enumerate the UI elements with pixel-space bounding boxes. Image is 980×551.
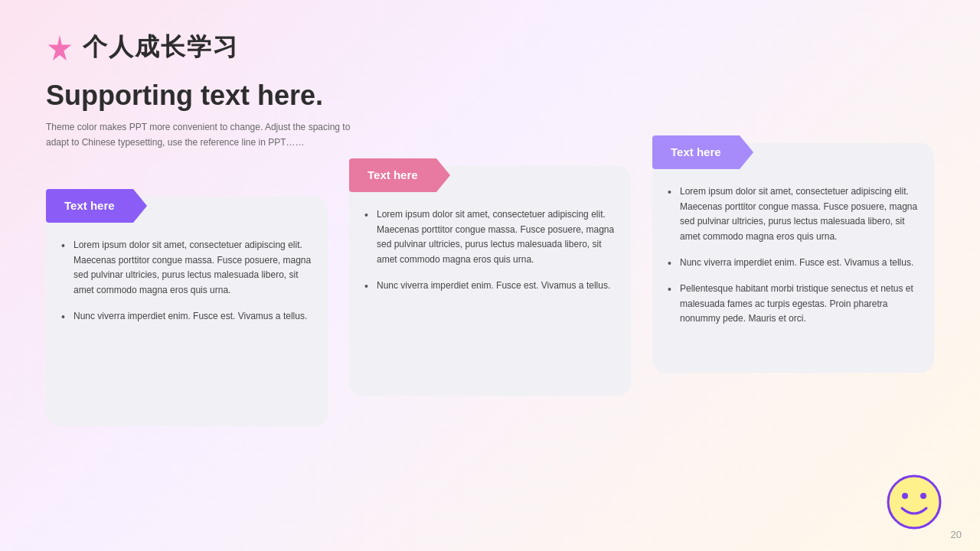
- card-2-bullet-list: Lorem ipsum dolor sit amet, consectetuer…: [364, 207, 616, 294]
- card-1-tag-banner: Text here: [46, 189, 133, 223]
- slide-page: 个人成长学习 Supporting text here. Theme color…: [0, 0, 980, 551]
- card-1-bullet-list: Lorem ipsum dolor sit amet, consectetuer…: [61, 238, 312, 324]
- card-1: Text here Lorem ipsum dolor sit amet, co…: [46, 197, 328, 426]
- card-3-bullet-list: Lorem ipsum dolor sit amet, consectetuer…: [668, 184, 919, 327]
- card-3-content: Lorem ipsum dolor sit amet, consectetuer…: [652, 184, 934, 327]
- card-3-tag-banner: Text here: [652, 135, 740, 169]
- page-title-cn: 个人成长学习: [83, 31, 239, 64]
- card-3: Text here Lorem ipsum dolor sit amet, co…: [652, 143, 934, 373]
- svg-point-1: [902, 493, 908, 499]
- svg-point-2: [920, 493, 926, 499]
- supporting-title: Supporting text here.: [46, 80, 934, 112]
- card-3-tag-label: Text here: [652, 135, 740, 169]
- card-3-bullet-2: Nunc viverra imperdiet enim. Fusce est. …: [668, 256, 919, 271]
- card-2-tag-label: Text here: [349, 158, 436, 192]
- header: 个人成长学习: [46, 31, 934, 64]
- supporting-body: Theme color makes PPT more convenient to…: [46, 119, 352, 151]
- card-2: Text here Lorem ipsum dolor sit amet, co…: [349, 166, 631, 396]
- cards-container: Text here Lorem ipsum dolor sit amet, co…: [46, 166, 934, 426]
- card-2-content: Lorem ipsum dolor sit amet, consectetuer…: [349, 207, 631, 294]
- smiley-icon: [887, 474, 942, 530]
- svg-point-0: [888, 476, 940, 528]
- page-number: 20: [951, 529, 962, 540]
- supporting-area: Supporting text here. Theme color makes …: [46, 80, 934, 151]
- card-1-bullet-1: Lorem ipsum dolor sit amet, consectetuer…: [61, 238, 312, 298]
- card-3-bullet-3: Pellentesque habitant morbi tristique se…: [668, 282, 919, 327]
- card-1-tag-label: Text here: [46, 189, 133, 223]
- card-2-bullet-1: Lorem ipsum dolor sit amet, consectetuer…: [364, 207, 616, 268]
- card-3-bullet-1: Lorem ipsum dolor sit amet, consectetuer…: [668, 184, 919, 245]
- card-1-content: Lorem ipsum dolor sit amet, consectetuer…: [46, 238, 328, 324]
- card-1-bullet-2: Nunc viverra imperdiet enim. Fusce est. …: [61, 309, 312, 324]
- star-icon: [46, 34, 74, 61]
- card-2-bullet-2: Nunc viverra imperdiet enim. Fusce est. …: [364, 279, 616, 294]
- card-2-tag-banner: Text here: [349, 158, 436, 192]
